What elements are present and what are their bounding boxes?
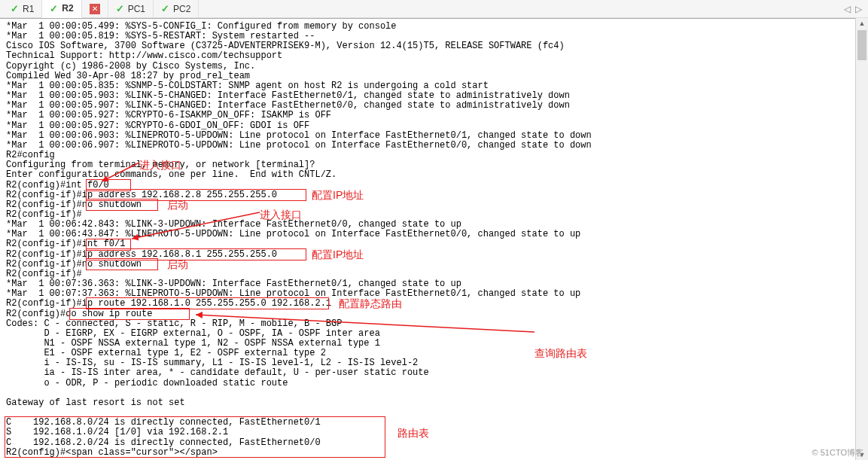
tab-label: PC1 bbox=[128, 4, 145, 14]
tab-scroll-right[interactable]: ▷ bbox=[855, 4, 862, 14]
tab-r1[interactable]: ✓ R1 bbox=[3, 0, 42, 17]
check-icon: ✓ bbox=[11, 4, 19, 14]
vertical-scrollbar[interactable] bbox=[855, 18, 868, 460]
tab-close-unknown[interactable]: ✕ bbox=[82, 0, 108, 17]
watermark: © 51CTO博客 bbox=[812, 447, 863, 458]
close-icon: ✕ bbox=[90, 4, 100, 14]
tab-pc2[interactable]: ✓ PC2 bbox=[154, 0, 199, 17]
tab-scroll-left[interactable]: ◁ bbox=[844, 4, 851, 14]
check-icon: ✓ bbox=[116, 4, 124, 14]
terminal-output[interactable]: *Mar 1 00:00:05.499: %SYS-5-CONFIG_I: Co… bbox=[0, 18, 868, 460]
tab-label: PC2 bbox=[173, 4, 190, 14]
tab-nav-arrows: ◁ ▷ bbox=[844, 0, 868, 17]
tab-label: R1 bbox=[23, 4, 34, 14]
scroll-thumb[interactable] bbox=[857, 30, 866, 60]
check-icon: ✓ bbox=[50, 4, 58, 14]
tab-pc1[interactable]: ✓ PC1 bbox=[108, 0, 154, 17]
check-icon: ✓ bbox=[161, 4, 169, 14]
tab-bar: ✓ R1 ✓ R2 ✕ ✓ PC1 ✓ PC2 ◁ ▷ bbox=[0, 0, 868, 18]
tab-r2[interactable]: ✓ R2 bbox=[42, 0, 81, 18]
tab-label: R2 bbox=[62, 3, 73, 14]
